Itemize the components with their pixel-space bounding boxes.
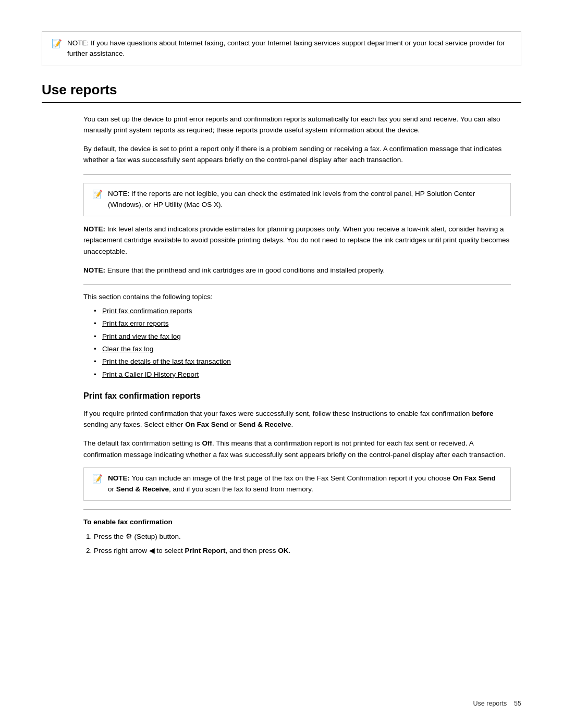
- send-receive-bold: Send & Receive: [238, 421, 291, 428]
- topic-link-1[interactable]: Print fax confirmation reports: [102, 307, 192, 315]
- note-3-text: Ensure that the printhead and ink cartri…: [105, 266, 385, 274]
- on-fax-send-bold-2: On Fax Send: [452, 474, 496, 482]
- list-item: Print the details of the last fax transa…: [94, 355, 511, 368]
- off-bold: Off: [202, 439, 212, 447]
- subsection-title: Print fax confirmation reports: [83, 391, 511, 401]
- topic-link-5[interactable]: Print the details of the last fax transa…: [102, 357, 231, 365]
- note-2: NOTE: Ink level alerts and indicators pr…: [83, 224, 511, 257]
- subsection-paragraph-2: The default fax confirmation setting is …: [83, 438, 511, 460]
- divider-3: [83, 509, 511, 510]
- note-box-1-text: NOTE: If the reports are not legible, yo…: [108, 189, 502, 211]
- steps-list: Press the ⚙ (Setup) button. Press right …: [94, 531, 511, 557]
- topic-link-4[interactable]: Clear the fax log: [102, 345, 153, 353]
- topic-link-3[interactable]: Print and view the fax log: [102, 332, 181, 340]
- divider-1: [83, 174, 511, 175]
- note-3-title: NOTE:: [83, 266, 105, 274]
- note-3: NOTE: Ensure that the printhead and ink …: [83, 265, 511, 276]
- note-box-1-icon: 📝: [92, 189, 103, 199]
- paragraph-1: You can set up the device to print error…: [83, 114, 511, 136]
- footer: Use reports 55: [473, 700, 521, 707]
- note-icon: 📝: [52, 39, 62, 48]
- ok-bold: OK: [278, 547, 288, 554]
- note-box-1: 📝 NOTE: If the reports are not legible, …: [83, 183, 511, 216]
- top-note-text: NOTE: If you have questions about Intern…: [67, 38, 511, 59]
- note-box-2-icon: 📝: [92, 474, 103, 484]
- on-fax-send-bold: On Fax Send: [185, 421, 228, 428]
- content-block: You can set up the device to print error…: [83, 114, 511, 557]
- before-bold: before: [472, 410, 493, 417]
- note-box-2-text: NOTE: You can include an image of the fi…: [108, 473, 502, 495]
- note-bold-label: NOTE:: [108, 474, 130, 482]
- send-receive-bold-2: Send & Receive: [116, 485, 169, 493]
- footer-page: 55: [514, 700, 521, 707]
- list-item: Print fax error reports: [94, 317, 511, 330]
- list-item: Clear the fax log: [94, 343, 511, 355]
- print-report-bold: Print Report: [185, 547, 226, 554]
- divider-2: [83, 284, 511, 285]
- step-2: Press right arrow ◀ to select Print Repo…: [94, 545, 511, 557]
- top-note-box: 📝 NOTE: If you have questions about Inte…: [42, 31, 521, 66]
- step-1: Press the ⚙ (Setup) button.: [94, 531, 511, 543]
- note-box-2: 📝 NOTE: You can include an image of the …: [83, 467, 511, 501]
- paragraph-2: By default, the device is set to print a…: [83, 143, 511, 166]
- topic-link-2[interactable]: Print fax error reports: [102, 319, 169, 327]
- note-2-title: NOTE:: [83, 225, 105, 233]
- list-item: Print fax confirmation reports: [94, 305, 511, 317]
- page: 📝 NOTE: If you have questions about Inte…: [0, 0, 563, 728]
- topics-intro: This section contains the following topi…: [83, 293, 511, 301]
- note-2-text: Ink level alerts and indicators provide …: [83, 225, 509, 255]
- list-item: Print a Caller ID History Report: [94, 368, 511, 381]
- enable-fax-title: To enable fax confirmation: [83, 518, 511, 526]
- footer-text: Use reports: [473, 700, 507, 707]
- section-title: Use reports: [42, 82, 521, 103]
- list-item: Print and view the fax log: [94, 330, 511, 343]
- subsection-paragraph-1: If you require printed confirmation that…: [83, 408, 511, 430]
- topic-link-6[interactable]: Print a Caller ID History Report: [102, 371, 199, 378]
- topic-list: Print fax confirmation reports Print fax…: [94, 305, 511, 381]
